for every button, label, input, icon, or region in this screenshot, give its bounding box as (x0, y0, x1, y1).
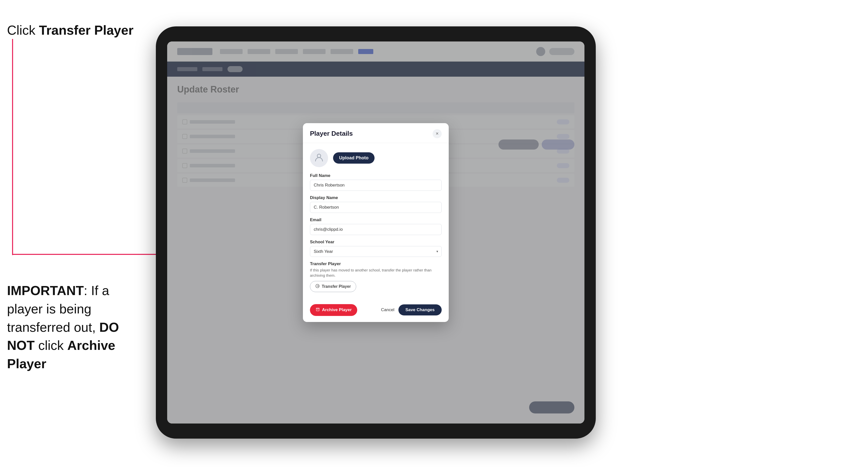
tablet-device: Update Roster (156, 26, 596, 439)
display-name-input[interactable] (310, 202, 442, 213)
full-name-label: Full Name (310, 173, 442, 178)
email-input[interactable] (310, 224, 442, 235)
email-label: Email (310, 217, 442, 222)
full-name-field: Full Name (310, 173, 442, 191)
player-details-modal: Player Details × (303, 123, 449, 322)
archive-btn-label: Archive Player (322, 307, 352, 312)
instruction-top: Click Transfer Player (7, 23, 133, 38)
full-name-input[interactable] (310, 180, 442, 191)
save-changes-button[interactable]: Save Changes (398, 304, 442, 315)
avatar-circle (310, 149, 328, 167)
footer-right: Cancel Save Changes (381, 304, 442, 315)
modal-title: Player Details (310, 130, 353, 137)
school-year-select[interactable]: First Year Second Year Third Year Fourth… (310, 246, 442, 257)
upload-photo-button[interactable]: Upload Photo (333, 152, 375, 164)
instruction-bottom: IMPORTANT: If a player is being transfer… (7, 281, 143, 373)
transfer-icon (315, 284, 320, 289)
school-year-label: School Year (310, 240, 442, 245)
modal-overlay: Player Details × (167, 41, 584, 424)
email-field: Email (310, 217, 442, 235)
transfer-btn-label: Transfer Player (322, 284, 351, 289)
modal-footer: Archive Player Cancel Save Changes (303, 300, 449, 322)
cancel-button[interactable]: Cancel (381, 307, 395, 312)
transfer-section-description: If this player has moved to another scho… (310, 268, 442, 278)
svg-point-0 (317, 154, 321, 158)
instruction-top-bold: Transfer Player (39, 23, 133, 37)
transfer-section-label: Transfer Player (310, 261, 442, 267)
archive-player-button[interactable]: Archive Player (310, 304, 357, 316)
archive-icon (315, 307, 320, 313)
school-year-select-wrapper: First Year Second Year Third Year Fourth… (310, 246, 442, 257)
transfer-player-button[interactable]: Transfer Player (310, 281, 356, 292)
transfer-player-section: Transfer Player If this player has moved… (310, 261, 442, 292)
modal-close-button[interactable]: × (433, 129, 442, 138)
arrow-vertical (12, 39, 13, 255)
important-label: IMPORTANT (7, 283, 84, 298)
school-year-field: School Year First Year Second Year Third… (310, 240, 442, 257)
avatar-person-icon (314, 153, 323, 164)
modal-body: Upload Photo Full Name Display Name (303, 143, 449, 300)
modal-header: Player Details × (303, 123, 449, 143)
tablet-screen: Update Roster (167, 41, 584, 424)
avatar-section: Upload Photo (310, 149, 442, 167)
svg-rect-1 (316, 308, 319, 309)
display-name-label: Display Name (310, 195, 442, 200)
display-name-field: Display Name (310, 195, 442, 213)
